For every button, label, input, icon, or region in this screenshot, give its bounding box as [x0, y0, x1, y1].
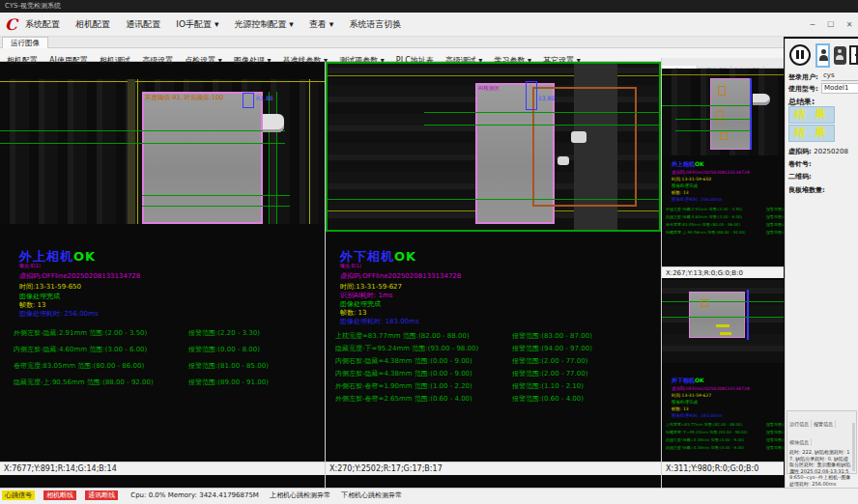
menu-camera-config[interactable]: 相机配置 — [75, 13, 110, 37]
app-window: CYS-视觉检测系统 C 系统配置 相机配置 通讯配置 IO手配置 ▾ 光源控制… — [0, 0, 858, 504]
measurement-text: 卷帘宽度:83.05mm 范围:(80.00 - 86.00) — [666, 222, 740, 227]
tab-run-info[interactable]: 运行信息 — [787, 420, 812, 428]
ng-bottom-coords-statusbar: X:311;Y:980;R:0;G:0;B:0 — [662, 462, 784, 475]
defect-box — [701, 299, 708, 307]
ng-bottom-camera-view[interactable] — [662, 280, 784, 363]
measurement-text: 卷帘宽度:83.05mm 范围:(80.00 - 86.00) — [14, 362, 144, 370]
tool-spot-check[interactable]: 点检设置 ▾ — [185, 54, 222, 67]
menu-io-config[interactable]: IO手配置 ▾ — [176, 13, 218, 37]
operator-mode-button[interactable] — [815, 43, 830, 68]
measure-line — [0, 130, 285, 131]
measurement-text: 外侧右胶-卷帘=1.90mm 范围:(1.00 - 2.20) — [335, 382, 472, 390]
app-logo-icon: C — [5, 15, 20, 33]
model-label: 使用型号: — [788, 84, 818, 94]
barcode-value: 20250208 — [814, 148, 848, 155]
measure-line — [662, 301, 784, 302]
tool-advanced-settings[interactable]: 高级设置 — [142, 54, 173, 67]
tool-camera-config[interactable]: 相机配置 — [7, 54, 38, 67]
tool-image-process[interactable]: 图像处理 ▾ — [234, 54, 272, 67]
defect-box — [720, 132, 728, 140]
scrollbar[interactable] — [852, 423, 855, 471]
measurement-text: 外侧左胶-隐藏:2.91mm 范围:(2.00 - 3.50) — [666, 207, 742, 211]
minimize-icon[interactable]: ─ — [806, 14, 819, 36]
alarm-range: 报警范围:(81.00 - 85.00) — [188, 361, 269, 371]
alarm-range: 报警范围:(83.00 - 87.00) — [512, 331, 592, 341]
measure-line — [662, 317, 784, 318]
tab-connector — [263, 114, 284, 132]
roi-line — [750, 78, 752, 150]
ng-top-camera-view[interactable] — [662, 69, 784, 155]
login-user-field[interactable]: cys — [821, 71, 858, 81]
logout-button[interactable] — [849, 45, 858, 65]
measure-line — [328, 199, 661, 200]
admin-mode-button[interactable] — [834, 46, 846, 65]
roi-label: R1.88 — [256, 95, 273, 101]
process-time-line: 图像处理耗时: 183.00ms — [340, 317, 419, 326]
barcode-label-text: 虚拟码: — [788, 148, 812, 155]
measurement-text: 内侧左胶-隐藏=4.38mm 范围:(0.00 - 9.00) — [335, 370, 472, 378]
measure-line — [675, 130, 751, 131]
ai-region-label: AI检测区 — [478, 85, 500, 92]
alarm-range: 报警范围:(2.00 - 77.00) — [512, 356, 587, 366]
mini-line: 图像处理完成 — [672, 400, 698, 405]
camera-name: 外上相机 — [672, 160, 695, 167]
measurement-text: 内侧左胶-隐藏:4.60mm 范围:(3.00 - 6.00) — [14, 346, 147, 353]
result-box-top: 结 果 — [788, 106, 835, 124]
maximize-icon[interactable]: ☐ — [824, 14, 838, 36]
camera-name: 外下相机 — [672, 377, 695, 383]
alarm-range: 报警范围:(2.00 - 77.00) — [512, 369, 587, 378]
measurement-text: 上枕宽度=83.77mm 范围:(82.00 - 88.00) — [666, 422, 742, 427]
pause-button[interactable] — [789, 44, 811, 66]
mini-line: 虚拟码:OFFline20250208133134728 — [672, 386, 750, 391]
menu-system-config[interactable]: 系统配置 — [25, 13, 60, 37]
threshold-label: 灰度阈值:93, 对应阈值:100 — [145, 94, 223, 102]
left-coords-statusbar: X:7677;Y:891;R:14;G:14;B:14 — [0, 462, 325, 475]
close-icon[interactable]: ✕ — [843, 14, 856, 36]
measurement-row: 内侧右胶-隐藏=4.38mm 范围:(0.00 - 9.00) 报警范围:(2.… — [335, 356, 654, 366]
tab-module-info[interactable]: 模块信息 — [787, 438, 812, 446]
user-icon — [838, 49, 842, 53]
menu-items: 系统配置 相机配置 通讯配置 IO手配置 ▾ 光源控制配置 ▾ 查看 ▾ 系统语… — [25, 13, 412, 37]
cpu-memory-status: Cpu: 0.0% Memory: 3424.41796875M — [130, 489, 259, 502]
measure-line-vertical — [276, 92, 277, 224]
roi-label: 23.80 — [538, 95, 555, 101]
exposure-label: 曝光:E(1) — [340, 263, 361, 268]
barcode-line: 虚拟码:OFFline20250208133134728 — [19, 271, 140, 281]
reflection-blob — [558, 156, 569, 165]
panel-separator — [325, 62, 326, 488]
alarm-range: 报警范围:(0.00 - 8.00) — [188, 345, 260, 354]
measure-line — [424, 125, 661, 126]
roi-line — [747, 290, 749, 340]
tab-alarm-info[interactable]: 报警信息 — [812, 420, 836, 428]
camera-offline-badge: 相机断线 — [43, 490, 76, 500]
menu-comm-config[interactable]: 通讯配置 — [126, 13, 160, 37]
menu-light-config[interactable]: 光源控制配置 ▾ — [235, 13, 294, 37]
tool-ai-config[interactable]: AI使用配置 — [49, 54, 88, 67]
mini-line: 时间:13-31-59-650 — [672, 177, 711, 182]
user-icon — [819, 55, 828, 61]
alarm-range: 报警范围:(89.00 - 91.00) — [188, 378, 269, 387]
measurement-text: 内侧右胶-隐藏=4.38mm 范围:(0.00 - 9.00) — [666, 437, 744, 442]
result-box-bottom: 结 果 — [788, 125, 835, 142]
measurement-text: 隐藏宽度-上:90.56mm 范围:(88.00 - 92.00) — [14, 378, 154, 386]
model-field[interactable]: Model1 — [821, 83, 858, 94]
measurement-text: 内侧左胶-隐藏:4.60mm 范围:(3.00 - 6.00) — [666, 214, 742, 219]
measure-line-vertical — [269, 92, 270, 224]
menu-view[interactable]: 查看 ▾ — [309, 13, 333, 37]
left-camera-view[interactable]: R1.88 灰度阈值:93, 对应阈值:100 — [0, 79, 325, 224]
ai-roi-box — [532, 87, 637, 207]
barcode-label: 虚拟码: 20250208 — [788, 147, 848, 156]
ng-tab-bar: NG成像显示外线内成像超标内成像 — [662, 58, 784, 69]
tool-baseline-params[interactable]: 基准线参数 ▾ — [283, 54, 329, 67]
measurement-row: 外侧左胶-卷帘=2.65mm 范围:(0.60 - 4.00) 报警范围:(0.… — [335, 394, 654, 404]
menu-language[interactable]: 系统语言切换 — [349, 13, 401, 37]
info-tabs: 运行信息报警信息模块信息 — [787, 411, 856, 448]
tool-camera-debug[interactable]: 相机调试 — [100, 54, 130, 67]
mini-line: 虚拟码:OFFline20250208133134728 — [672, 170, 750, 175]
cell-region — [142, 92, 263, 224]
title-bar: CYS-视觉检测系统 — [0, 0, 858, 13]
mini-line: 图像处理完成 — [672, 183, 698, 188]
mini-line: 时间:13-31-59-627 — [672, 393, 711, 398]
alarm-range: 报警范围:(0.60 - 4.00) — [512, 394, 584, 404]
middle-camera-view[interactable]: AI检测区 23.80 — [326, 62, 661, 232]
